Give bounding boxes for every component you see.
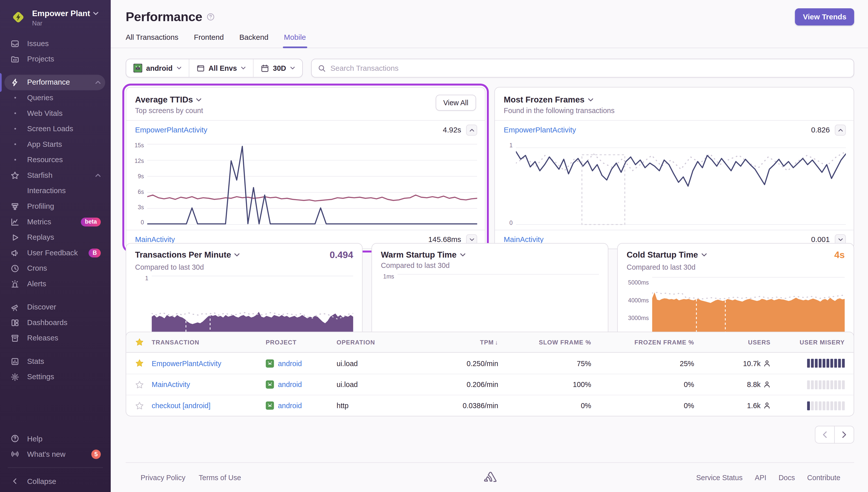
y-tick-label: 0 (141, 220, 144, 225)
star-toggle[interactable] (135, 359, 152, 368)
sidebar-item-discover[interactable]: Discover (4, 299, 105, 315)
chevron-down-icon[interactable] (196, 98, 202, 101)
sidebar-item-resources[interactable]: Resources (4, 152, 105, 168)
tab-backend[interactable]: Backend (239, 33, 269, 48)
collapse-row-button[interactable] (466, 124, 477, 136)
sidebar-item-web-vitals[interactable]: Web Vitals (4, 106, 105, 121)
column-header-transaction[interactable]: TRANSACTION (152, 339, 266, 345)
sidebar-item-replays[interactable]: Replays (4, 230, 105, 245)
badge-5: 5 (92, 449, 101, 459)
column-header-star[interactable] (135, 338, 152, 346)
y-tick-label: 1ms (383, 273, 394, 279)
view-trends-button[interactable]: View Trends (795, 8, 854, 25)
sidebar-item-user-feedback[interactable]: User FeedbackB (4, 245, 105, 261)
gear-icon (10, 373, 19, 382)
transaction-link[interactable]: MainActivity (504, 236, 543, 244)
org-switcher[interactable]: Empower Plant Nar (0, 0, 111, 27)
average-ttids-title: Average TTIDs (135, 95, 203, 104)
sidebar-item-crons[interactable]: Crons (4, 261, 105, 276)
footer-link-privacy-policy[interactable]: Privacy Policy (141, 473, 185, 482)
transaction-link[interactable]: EmpowerPlantActivity (135, 126, 207, 134)
transaction-link[interactable]: EmpowerPlantActivity (152, 359, 221, 367)
siren-icon (10, 279, 19, 288)
bullet-icon (10, 109, 19, 118)
sidebar-item-interactions[interactable]: Interactions (4, 183, 105, 199)
column-header-user-misery[interactable]: USER MISERY (771, 339, 845, 345)
tab-frontend[interactable]: Frontend (194, 33, 224, 48)
user-misery-bars (771, 401, 845, 410)
android-project-icon (266, 359, 274, 367)
sidebar-item-label: Projects (27, 55, 54, 64)
chevron-down-icon[interactable] (234, 253, 240, 256)
project-link[interactable]: android (278, 359, 302, 367)
footer-link-docs[interactable]: Docs (778, 473, 795, 482)
view-all-button[interactable]: View All (435, 95, 476, 111)
star-toggle[interactable] (135, 380, 152, 389)
chevron-up-icon (95, 80, 101, 84)
transaction-link[interactable]: MainActivity (152, 380, 190, 389)
chevron-down-icon (176, 67, 181, 70)
sidebar-item-dashboards[interactable]: Dashboards (4, 315, 105, 330)
badge-b: B (89, 248, 101, 257)
tab-mobile[interactable]: Mobile (284, 33, 306, 48)
project-filter[interactable]: android (126, 59, 188, 77)
column-header-frozen-frame[interactable]: FROZEN FRAME % (591, 339, 694, 345)
sidebar-item-starfish[interactable]: Starfish (4, 168, 105, 183)
most-frozen-frames-chart (516, 142, 846, 225)
column-header-slow-frame[interactable]: SLOW FRAME % (498, 339, 591, 345)
transaction-link[interactable]: checkout [android] (152, 401, 211, 410)
average-ttids-chart (147, 142, 477, 225)
users-cell: 1.6k (694, 401, 771, 410)
sidebar-item-settings[interactable]: Settings (4, 369, 105, 385)
footer-link-api[interactable]: API (755, 473, 766, 482)
footer-link-service-status[interactable]: Service Status (696, 473, 742, 482)
ttid-top-row: EmpowerPlantActivity 4.92s (126, 120, 485, 139)
sidebar-item-alerts[interactable]: Alerts (4, 276, 105, 292)
environment-filter[interactable]: All Envs (188, 59, 253, 77)
transaction-link[interactable]: MainActivity (135, 236, 175, 244)
tab-all-transactions[interactable]: All Transactions (126, 33, 178, 48)
star-filled-icon (135, 359, 144, 368)
sidebar-item-metrics[interactable]: Metricsbeta (4, 214, 105, 230)
releases-icon (10, 334, 19, 343)
project-link[interactable]: android (278, 380, 302, 389)
sidebar-item-what-s-new[interactable]: What's new5 (4, 446, 105, 462)
sidebar-item-profiling[interactable]: Profiling (4, 199, 105, 214)
column-header-operation[interactable]: OPERATION (337, 339, 425, 345)
footer-link-contribute[interactable]: Contribute (807, 473, 840, 482)
pagination (126, 426, 854, 443)
sidebar-item-help[interactable]: Help (4, 431, 105, 446)
search-input[interactable] (330, 64, 847, 72)
sidebar-item-stats[interactable]: Stats (4, 354, 105, 369)
help-circle-icon[interactable] (207, 13, 215, 21)
star-toggle[interactable] (135, 401, 152, 410)
column-header-project[interactable]: PROJECT (266, 339, 337, 345)
collapse-row-button[interactable] (835, 124, 846, 136)
sidebar-item-projects[interactable]: Projects (4, 51, 105, 67)
transaction-link[interactable]: EmpowerPlantActivity (504, 126, 576, 134)
next-page-button[interactable] (834, 426, 854, 443)
y-axis-labels: 10 (499, 142, 516, 225)
search-transactions-box (311, 59, 854, 78)
chevron-down-icon[interactable] (588, 98, 593, 101)
main-area: Performance View Trends All Transactions… (111, 0, 868, 492)
sidebar-item-app-starts[interactable]: App Starts (4, 137, 105, 152)
date-range-filter[interactable]: 30D (253, 59, 302, 77)
column-header-users[interactable]: USERS (694, 339, 771, 345)
project-link[interactable]: android (278, 401, 302, 410)
column-header-tpm[interactable]: TPM↓ (425, 339, 498, 345)
sidebar-item-queries[interactable]: Queries (4, 90, 105, 106)
tpm-cell: 0.250/min (425, 359, 498, 367)
chevron-down-icon[interactable] (460, 253, 465, 256)
footer-link-terms-of-use[interactable]: Terms of Use (199, 473, 241, 482)
chevron-down-icon[interactable] (701, 253, 707, 256)
previous-page-button[interactable] (815, 426, 835, 443)
table-row-empowerplantactivity: EmpowerPlantActivityandroidui.load0.250/… (126, 353, 853, 374)
sidebar-item-collapse[interactable]: Collapse (4, 473, 105, 489)
sidebar-item-releases[interactable]: Releases (4, 330, 105, 346)
sidebar-item-issues[interactable]: Issues (4, 36, 105, 52)
profiling-icon (10, 202, 19, 211)
sidebar-item-performance[interactable]: Performance (4, 75, 105, 91)
operation-cell: ui.load (337, 380, 425, 389)
sidebar-item-screen-loads[interactable]: Screen Loads (4, 121, 105, 137)
